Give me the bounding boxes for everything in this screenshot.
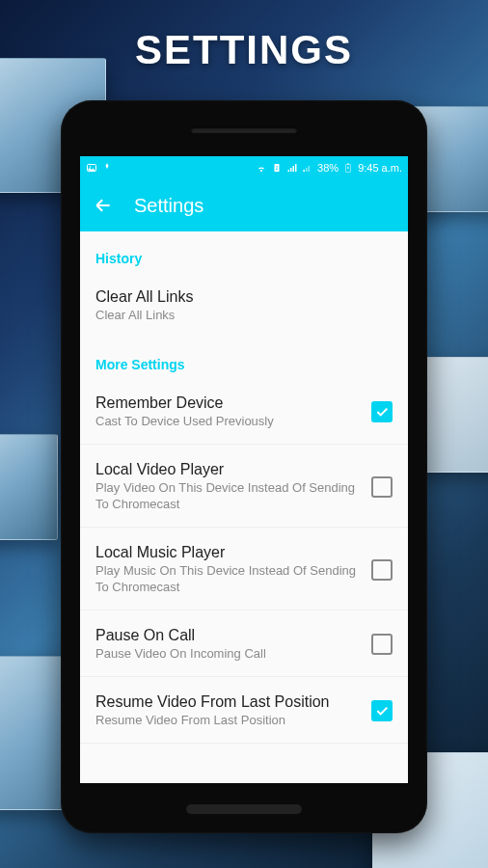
battery-text: 38% <box>317 162 339 174</box>
setting-local-music[interactable]: Local Music Player Play Music On This De… <box>80 528 408 610</box>
signal-icon <box>286 162 298 174</box>
toolbar-title: Settings <box>134 195 203 217</box>
phone-screen: 2 38% 9:45 a.m. <box>80 156 408 783</box>
setting-pause-on-call[interactable]: Pause On Call Pause Video On Incoming Ca… <box>80 610 408 677</box>
setting-subtitle: Play Video On This Device Instead Of Sen… <box>95 480 362 513</box>
wifi-icon <box>256 162 267 174</box>
setting-title: Local Music Player <box>95 543 362 561</box>
setting-remember-device[interactable]: Remember Device Cast To Device Used Prev… <box>80 378 408 445</box>
setting-subtitle: Play Music On This Device Instead Of Sen… <box>95 563 362 596</box>
app-background: SETTINGS 2 <box>0 0 488 868</box>
checkbox-resume-video[interactable] <box>371 700 393 721</box>
checkbox-pause-on-call[interactable] <box>371 634 393 655</box>
page-title: SETTINGS <box>135 27 353 73</box>
app-toolbar: Settings <box>80 179 408 231</box>
setting-clear-links[interactable]: Clear All Links Clear All Links <box>80 272 408 338</box>
section-header-history: History <box>80 231 408 272</box>
bg-cube <box>0 434 58 540</box>
checkbox-remember-device[interactable] <box>371 401 393 422</box>
statusbar-left <box>86 162 113 174</box>
phone-speaker <box>191 127 297 133</box>
setting-subtitle: Clear All Links <box>95 308 383 324</box>
phone-frame: 2 38% 9:45 a.m. <box>61 100 427 833</box>
statusbar-right: 2 38% 9:45 a.m. <box>256 162 402 174</box>
checkbox-local-video[interactable] <box>371 476 393 498</box>
settings-content[interactable]: History Clear All Links Clear All Links … <box>80 231 408 783</box>
setting-subtitle: Resume Video From Last Position <box>95 713 362 729</box>
setting-title: Remember Device <box>95 393 362 412</box>
setting-local-video[interactable]: Local Video Player Play Video On This De… <box>80 445 408 528</box>
svg-rect-5 <box>347 164 349 165</box>
setting-text: Pause On Call Pause Video On Incoming Ca… <box>95 626 371 663</box>
clock-text: 9:45 a.m. <box>358 162 402 174</box>
setting-text: Local Video Player Play Video On This De… <box>95 460 371 513</box>
setting-resume-video[interactable]: Resume Video From Last Position Resume V… <box>80 677 408 744</box>
section-header-more: More Settings <box>80 338 408 378</box>
setting-subtitle: Cast To Device Used Previously <box>95 414 362 430</box>
sim-icon: 2 <box>271 162 283 174</box>
setting-text: Local Music Player Play Music On This De… <box>95 543 371 596</box>
signal-icon <box>302 162 313 174</box>
setting-text: Clear All Links Clear All Links <box>95 287 393 324</box>
image-icon <box>86 162 97 174</box>
setting-subtitle: Pause Video On Incoming Call <box>95 646 362 663</box>
battery-charging-icon <box>342 162 354 174</box>
setting-title: Resume Video From Last Position <box>95 692 362 711</box>
tools-icon <box>101 162 113 174</box>
setting-text: Resume Video From Last Position Resume V… <box>95 692 371 729</box>
phone-home-button <box>186 804 302 814</box>
checkbox-local-music[interactable] <box>371 559 393 581</box>
setting-title: Pause On Call <box>95 626 362 644</box>
setting-text: Remember Device Cast To Device Used Prev… <box>95 393 371 430</box>
back-arrow-icon[interactable] <box>94 196 113 215</box>
setting-title: Clear All Links <box>95 287 383 306</box>
svg-point-1 <box>90 166 92 168</box>
status-bar: 2 38% 9:45 a.m. <box>80 156 408 179</box>
setting-title: Local Video Player <box>95 460 362 478</box>
